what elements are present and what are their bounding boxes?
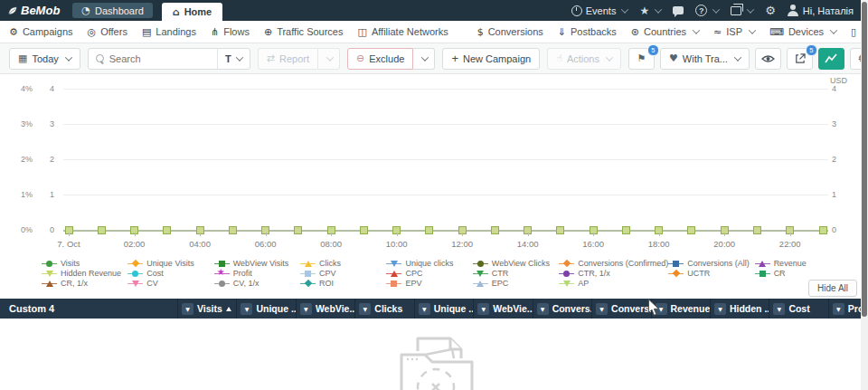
flag-filter-button[interactable]: ⚑ 5 xyxy=(628,48,655,70)
nav-item-conversions[interactable]: $Conversions xyxy=(477,26,543,38)
column-header[interactable]: ▼WebVie... xyxy=(473,299,532,319)
legend-item[interactable]: Conversions (Confirmed) xyxy=(559,259,668,268)
legend-item[interactable]: CTR, 1/x xyxy=(559,269,668,278)
column-header[interactable]: ▼Cost xyxy=(769,299,827,319)
table-first-column-header[interactable]: Custom 4 xyxy=(0,303,177,314)
column-header[interactable]: ▼Unique ... xyxy=(236,299,295,319)
nav-item-affiliate-networks[interactable]: ◫Affiliate Networks xyxy=(357,26,448,38)
legend-item[interactable]: Unique Visits xyxy=(127,259,213,268)
nav-item-offers[interactable]: ◎Offers xyxy=(88,26,127,38)
column-header[interactable]: ▼Convers... xyxy=(533,299,591,319)
share-button[interactable]: 5 xyxy=(787,48,813,70)
legend-item[interactable]: CR xyxy=(755,269,841,278)
legend-marker xyxy=(300,269,316,278)
filter-funnel-icon[interactable]: ▼ xyxy=(477,303,489,315)
y-axis-label-count: 3 xyxy=(36,119,54,128)
nav-item-landings[interactable]: ▤Landings xyxy=(142,26,196,38)
legend-item[interactable]: ★Profit xyxy=(214,269,300,278)
billing-menu[interactable] xyxy=(731,6,753,15)
tab-home[interactable]: ⌂ Home xyxy=(162,3,222,21)
search-input[interactable] xyxy=(108,52,217,65)
nav-item-devices[interactable]: ⌨Devices xyxy=(769,26,836,38)
report-dropdown[interactable] xyxy=(318,48,340,70)
legend-item[interactable]: CR, 1/x xyxy=(42,279,127,288)
scrollbar-thumb[interactable] xyxy=(862,2,867,317)
column-header[interactable]: ▼WebVie... xyxy=(296,299,354,319)
nav-item-flows[interactable]: ⋔Flows xyxy=(211,26,250,38)
legend-item[interactable]: CV xyxy=(127,279,213,288)
column-header[interactable]: ▼Visits xyxy=(177,299,236,319)
visibility-button[interactable] xyxy=(755,48,781,70)
legend-item[interactable]: CV, 1/x xyxy=(214,279,300,288)
filter-funnel-icon[interactable]: ▼ xyxy=(419,303,430,315)
dashboard-button[interactable]: ◔ Dashboard xyxy=(72,3,152,18)
nav-item-postbacks[interactable]: ⇓Postbacks xyxy=(558,26,617,38)
legend-item[interactable]: Conversions (All) xyxy=(668,259,754,268)
column-header[interactable]: ▼Clicks xyxy=(354,299,413,319)
legend-item[interactable]: EPC xyxy=(473,279,559,288)
legend-item[interactable]: UCTR xyxy=(668,269,754,278)
bemob-logo[interactable]: BeMob xyxy=(7,4,60,17)
filter-funnel-icon[interactable]: ▼ xyxy=(656,303,667,315)
help-menu[interactable]: ? xyxy=(695,5,719,16)
filter-funnel-icon[interactable]: ▼ xyxy=(833,303,844,315)
filter-funnel-icon[interactable]: ▼ xyxy=(537,303,549,315)
legend-item[interactable]: Cost xyxy=(127,269,213,278)
chart-toggle-button[interactable] xyxy=(818,48,844,70)
filter-funnel-icon[interactable]: ▼ xyxy=(773,303,785,315)
data-point-marker xyxy=(425,226,433,234)
actions-dropdown[interactable]: ☝ Actions xyxy=(547,48,621,70)
column-header[interactable]: ▼Hidden ... xyxy=(710,299,769,319)
exclude-dropdown[interactable] xyxy=(413,48,435,70)
settings-button[interactable]: ⚙ xyxy=(765,4,776,17)
filter-funnel-icon[interactable]: ▼ xyxy=(241,303,252,315)
vertical-scrollbar[interactable] xyxy=(861,0,868,390)
legend-item[interactable]: CTR xyxy=(473,269,559,278)
legend-item[interactable]: CPC xyxy=(386,269,472,278)
user-menu[interactable]: Hi, Наталія xyxy=(788,5,854,16)
nav-item-traffic-sources[interactable]: ⊕Traffic Sources xyxy=(264,26,344,38)
legend-item[interactable]: Hidden Revenue xyxy=(42,269,127,278)
chat-button[interactable] xyxy=(673,6,684,14)
legend-item-label: Hidden Revenue xyxy=(61,269,121,278)
legend-item[interactable]: EPV xyxy=(386,279,472,288)
filter-funnel-icon[interactable]: ▼ xyxy=(596,303,608,315)
favorites-menu[interactable]: ★ xyxy=(639,5,661,17)
x-axis-tick xyxy=(790,233,791,236)
legend-item[interactable]: Unique clicks xyxy=(386,259,472,268)
dashboard-label: Dashboard xyxy=(95,5,144,16)
nav-item-countries[interactable]: ⊛Countries xyxy=(631,26,699,38)
affiliate-networks-icon: ◫ xyxy=(357,26,366,38)
legend-item[interactable]: Clicks xyxy=(300,259,386,268)
legend-item[interactable]: WebView Clicks xyxy=(473,259,559,268)
report-button[interactable]: ⇄ Report xyxy=(258,48,318,70)
new-campaign-button[interactable]: + New Campaign xyxy=(442,48,540,70)
nav-item-isp[interactable]: ≈ISP xyxy=(713,26,755,38)
column-header[interactable]: ▼Revenue xyxy=(651,299,710,319)
exclude-button[interactable]: ⊖ Exclude xyxy=(347,48,413,70)
filter-funnel-icon[interactable]: ▼ xyxy=(359,303,371,315)
chart-gridline xyxy=(63,89,828,90)
column-header[interactable]: ▼Unique ... xyxy=(414,299,473,319)
search-type-dropdown[interactable]: T xyxy=(217,49,250,69)
legend-item[interactable]: CPV xyxy=(300,269,386,278)
legend-item[interactable]: AP xyxy=(559,279,668,288)
legend-marker-shape xyxy=(673,270,680,277)
legend-marker xyxy=(42,259,57,268)
filter-funnel-icon[interactable]: ▼ xyxy=(300,303,312,315)
legend-item[interactable]: WebView Visits xyxy=(214,259,300,268)
filter-funnel-icon[interactable]: ▼ xyxy=(182,303,193,315)
legend-marker: ★ xyxy=(214,269,230,278)
hide-all-button[interactable]: Hide All xyxy=(808,280,857,297)
legend-item[interactable]: Visits xyxy=(42,259,127,268)
nav-item-campaigns[interactable]: ⚙Campaigns xyxy=(9,26,73,38)
traffic-filter-dropdown[interactable]: ♥ With Tra... xyxy=(660,48,750,70)
legend-item[interactable]: ROI xyxy=(300,279,386,288)
legend-item[interactable]: Revenue xyxy=(755,259,841,268)
date-range-button[interactable]: ▦ Today xyxy=(9,48,80,70)
legend-item-label: CV, 1/x xyxy=(233,279,259,288)
events-menu[interactable]: Events xyxy=(571,5,628,16)
filter-funnel-icon[interactable]: ▼ xyxy=(714,303,726,315)
chart-legend: VisitsUnique VisitsWebView VisitsClicksU… xyxy=(42,259,841,288)
column-header[interactable]: ▼Convers... xyxy=(591,299,650,319)
